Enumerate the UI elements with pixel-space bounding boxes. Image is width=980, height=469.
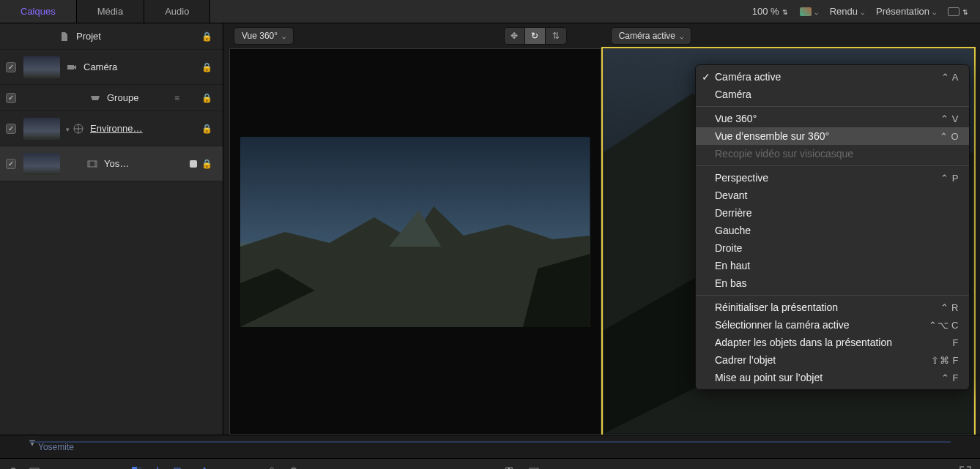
presentation-label: Présentation (876, 6, 929, 17)
menu-item-reset-presentation[interactable]: Réinitialiser la présentation ⌃ R (696, 299, 969, 316)
shortcut-label: ⌃⌥ C (929, 320, 959, 331)
text-tool-button[interactable]: T ⌵ (505, 465, 519, 470)
pen-tool-button[interactable]: ⌵ (453, 467, 469, 470)
render-dropdown[interactable]: Rendu ⌵ (825, 6, 869, 17)
menu-separator (696, 106, 969, 107)
draw-tool-group: ⌵ ⌵ ⌵ T ⌵ ⌵ (426, 465, 545, 470)
preview-image (240, 137, 590, 327)
checker-icon[interactable] (132, 467, 142, 470)
gear-icon[interactable] (152, 467, 163, 470)
menu-item-hmd-mirror: Recopie vidéo sur visiocasque (696, 145, 969, 162)
viewport-left[interactable] (229, 48, 601, 435)
project-icon (59, 31, 70, 42)
clip-label: Yos… (104, 158, 185, 169)
layer-visibility-checkbox[interactable]: ✓ (6, 62, 16, 72)
rect-tool-button[interactable]: ⌵ (426, 467, 442, 470)
right-view-dropdown[interactable]: Caméra active ⌵ (611, 27, 691, 45)
menu-item-front[interactable]: Devant (696, 187, 969, 204)
menu-item-frame-object[interactable]: Cadrer l’objet ⇧⌘ F (696, 351, 969, 369)
timeline-track[interactable] (29, 441, 951, 443)
lock-icon[interactable]: 🔒 (197, 159, 217, 169)
layers-panel: Projet 🔒 ✓ Caméra 🔒 ✓ Groupe ≡ 🔒 ✓ ▾ (0, 23, 223, 435)
layer-row-environment[interactable]: ✓ ▾ Environne… 🔒 (0, 111, 223, 146)
stack-icon[interactable] (173, 467, 183, 470)
tab-media[interactable]: Média (77, 0, 144, 23)
transform-rotate-button[interactable]: ↻ (525, 28, 546, 44)
menu-item-select-active-camera[interactable]: Sélectionner la caméra active ⌃⌥ C (696, 316, 969, 334)
search-icon[interactable] (9, 467, 19, 470)
menu-label: Recopie vidéo sur visiocasque (715, 148, 853, 160)
group-icon (89, 92, 101, 104)
disclosure-triangle-icon[interactable]: ▾ (66, 126, 70, 133)
menu-label: Réinitialiser la présentation (715, 301, 838, 313)
menu-label: Mise au point sur l’objet (715, 372, 823, 383)
mini-timeline[interactable]: ▾ Yosemite (0, 435, 980, 458)
panel-icon[interactable] (29, 467, 40, 470)
viewer-area: Vue 360° ⌵ ✥ ↻ ⇅ Caméra active ⌵ (223, 23, 980, 435)
layer-row-clip[interactable]: ✓ Yos… 🔒 (0, 146, 223, 181)
tab-layers[interactable]: Calques (0, 0, 77, 23)
menu-item-active-camera[interactable]: ✓ Caméra active ⌃ A (696, 68, 969, 86)
top-right-controls: 100 % ⇅ ⌵ Rendu ⌵ Présentation ⌵ ⇅ (748, 0, 980, 23)
menu-item-camera[interactable]: Caméra (696, 86, 969, 103)
pass-through-icon[interactable]: ≡ (170, 93, 184, 103)
transform-move-button[interactable]: ✥ (505, 28, 525, 44)
check-icon: ✓ (702, 71, 710, 83)
tab-audio[interactable]: Audio (144, 0, 210, 23)
mask-tool-button[interactable]: ⌵ (529, 467, 545, 470)
layer-visibility-checkbox[interactable]: ✓ (6, 93, 16, 103)
menu-item-perspective[interactable]: Perspective ⌃ P (696, 169, 969, 187)
lock-icon[interactable]: 🔒 (197, 93, 217, 103)
menu-label: Caméra active (715, 71, 781, 83)
shortcut-label: ⌃ O (940, 131, 959, 142)
layer-thumbnail (23, 56, 60, 78)
menu-item-left[interactable]: Gauche (696, 222, 969, 239)
lock-icon[interactable]: 🔒 (197, 31, 217, 42)
viewport-layout-dropdown[interactable]: ⇅ (943, 7, 973, 16)
svg-rect-0 (67, 65, 74, 70)
transform-options-button[interactable]: ⇅ (546, 28, 566, 44)
layer-row-project[interactable]: Projet 🔒 (0, 23, 223, 50)
arrow-tool-button[interactable]: ⌵ (202, 466, 218, 470)
menu-item-right[interactable]: Droite (696, 239, 969, 257)
transform-mode-pill: ✥ ↻ ⇅ (504, 27, 567, 45)
menu-label: Cadrer l’objet (715, 354, 776, 366)
zoom-dropdown[interactable]: 100 % ⇅ (748, 6, 792, 17)
fullscreen-icon[interactable] (959, 466, 971, 470)
brush-tool-button[interactable]: ⌵ (479, 467, 495, 470)
menu-item-overview360[interactable]: Vue d’ensemble sur 360° ⌃ O (696, 127, 969, 145)
zoom-label: 100 % (752, 6, 779, 17)
menu-label: Adapter les objets dans la présentation (715, 337, 892, 348)
menu-item-bottom[interactable]: En bas (696, 274, 969, 292)
menu-label: Sélectionner la caméra active (715, 319, 850, 331)
color-channel-dropdown[interactable]: ⌵ (795, 7, 823, 16)
hand-tool-button[interactable]: ⌵ (289, 467, 305, 470)
left-view-dropdown[interactable]: Vue 360° ⌵ (234, 27, 294, 45)
check-icon: ✓ (8, 160, 14, 168)
render-label: Rendu (830, 6, 858, 17)
chevron-down-icon: ⌵ (861, 9, 864, 16)
viewport-icon (948, 7, 959, 16)
chevron-down-icon: ⌵ (282, 33, 286, 40)
check-icon: ✓ (8, 94, 14, 102)
shortcut-label: ⌃ F (941, 372, 959, 383)
menu-item-top[interactable]: En haut (696, 257, 969, 274)
menu-separator (696, 295, 969, 296)
menu-item-back[interactable]: Derrière (696, 204, 969, 222)
layer-visibility-checkbox[interactable]: ✓ (6, 159, 16, 169)
layer-visibility-checkbox[interactable]: ✓ (6, 124, 16, 134)
menu-item-fit-objects[interactable]: Adapter les objets dans la présentation … (696, 334, 969, 351)
lock-icon[interactable]: 🔒 (197, 62, 217, 72)
layer-row-group[interactable]: ✓ Groupe ≡ 🔒 (0, 85, 223, 111)
menu-item-focus-object[interactable]: Mise au point sur l’objet ⌃ F (696, 369, 969, 386)
menu-label: Vue d’ensemble sur 360° (715, 130, 829, 142)
svg-rect-14 (132, 467, 137, 470)
zoom-stepper-icon: ⇅ (782, 9, 788, 16)
lock-icon[interactable]: 🔒 (197, 124, 217, 134)
menu-item-view360[interactable]: Vue 360° ⌃ V (696, 110, 969, 127)
layer-thumbnail (23, 118, 60, 140)
menu-label: Vue 360° (715, 113, 757, 124)
layer-row-camera[interactable]: ✓ Caméra 🔒 (0, 50, 223, 85)
presentation-dropdown[interactable]: Présentation ⌵ (872, 6, 940, 17)
orbit-tool-button[interactable] (265, 467, 278, 470)
